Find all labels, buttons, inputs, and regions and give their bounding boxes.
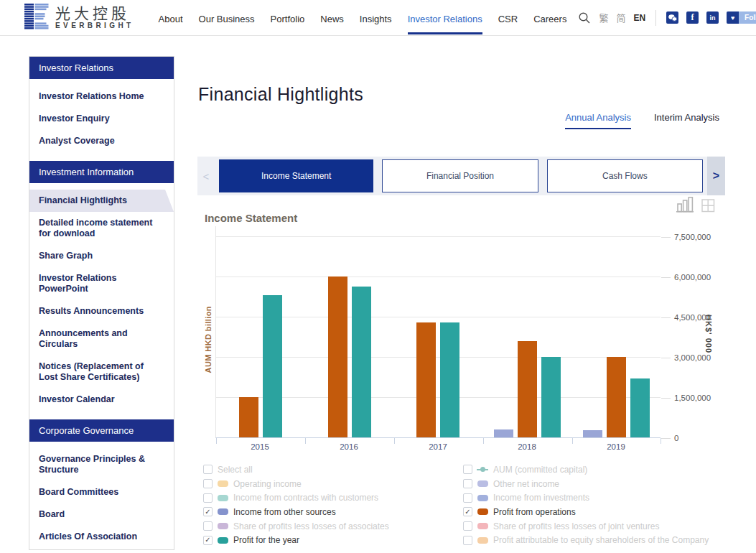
legend-item-income-from-other-sources[interactable]: ✓Income from other sources bbox=[203, 505, 458, 519]
checkbox-share-of-profits-less-losses-of-joint-ventures[interactable] bbox=[463, 521, 472, 531]
sidebar-item-articles-of-association[interactable]: Articles Of Association bbox=[29, 526, 174, 548]
checkbox-profit-from-operations[interactable]: ✓ bbox=[463, 507, 472, 516]
checkbox-income-from-investments[interactable] bbox=[463, 493, 472, 503]
legend-swatch bbox=[218, 495, 228, 501]
legend-label: Income from contracts with customers bbox=[233, 493, 378, 503]
legend-item-share-of-profits-less-losses-of-associates[interactable]: Share of profits less losses of associat… bbox=[203, 519, 458, 534]
legend-item-aum-committed-capital[interactable]: AUM (committed capital) bbox=[463, 463, 756, 477]
statement-tab-income-statement[interactable]: Income Statement bbox=[219, 159, 373, 192]
legend-item-income-from-contracts-with-customers[interactable]: Income from contracts with customers bbox=[203, 491, 458, 505]
legend-item-profit-attributable-to-equity-shareholders-of-the-company[interactable]: Profit attributable to equity shareholde… bbox=[463, 533, 756, 547]
lang-simplified-chinese[interactable]: 简 bbox=[616, 11, 625, 24]
bar-profit-from-operations-2017 bbox=[416, 322, 436, 437]
sidebar-item-announcements-and-circulars[interactable]: Announcements and Circulars bbox=[29, 322, 174, 356]
everbright-logo-icon bbox=[24, 4, 49, 32]
facebook-icon[interactable]: f bbox=[686, 11, 699, 24]
y-tick-mark bbox=[661, 237, 671, 238]
lang-english[interactable]: EN bbox=[633, 13, 645, 23]
legend-item-profit-for-the-year[interactable]: ✓Profit for the year bbox=[203, 533, 458, 547]
lang-traditional-chinese[interactable]: 繁 bbox=[599, 11, 608, 24]
nav-our-business[interactable]: Our Business bbox=[199, 1, 255, 34]
sidebar-item-analyst-coverage[interactable]: Analyst Coverage bbox=[29, 130, 174, 152]
search-icon[interactable] bbox=[578, 11, 591, 24]
legend-label: Profit from operations bbox=[493, 507, 576, 517]
y-tick-label: 4,500,000 bbox=[674, 313, 711, 322]
nav-portfolio[interactable]: Portfolio bbox=[271, 1, 305, 34]
nav-investor-relations[interactable]: Investor Relations bbox=[408, 1, 482, 34]
follow-us-button[interactable]: ♥ Follow Us bbox=[727, 11, 756, 24]
legend-swatch bbox=[477, 480, 488, 487]
checkbox-share-of-profits-less-losses-of-associates[interactable] bbox=[203, 521, 213, 531]
checkbox-operating-income[interactable] bbox=[203, 479, 213, 488]
wechat-icon[interactable] bbox=[666, 11, 678, 24]
nav-insights[interactable]: Insights bbox=[360, 1, 392, 34]
x-tick-mark bbox=[661, 438, 661, 444]
checkbox-profit-for-the-year[interactable]: ✓ bbox=[203, 536, 213, 545]
legend-swatch bbox=[218, 508, 228, 515]
sidebar-item-share-graph[interactable]: Share Graph bbox=[29, 245, 174, 267]
checkbox-profit-attributable-to-equity-shareholders-of-the-company[interactable] bbox=[463, 536, 472, 545]
everbright-logo[interactable]: 光大控股 EVERBRIGHT bbox=[24, 4, 134, 32]
sidebar-section-investor-relations[interactable]: Investor Relations bbox=[29, 57, 174, 79]
legend-swatch bbox=[477, 508, 488, 515]
checkbox-aum-committed-capital[interactable] bbox=[463, 465, 472, 474]
chart-view-toggles bbox=[676, 197, 715, 215]
legend-swatch bbox=[477, 523, 488, 529]
tab-annual-analysis[interactable]: Annual Analysis bbox=[565, 112, 631, 129]
legend-item-share-of-profits-less-losses-of-joint-ventures[interactable]: Share of profits less losses of joint ve… bbox=[463, 519, 756, 534]
legend-swatch bbox=[477, 537, 488, 544]
nav-news[interactable]: News bbox=[320, 1, 344, 34]
sidebar-section-investment-information[interactable]: Investment Information bbox=[29, 161, 174, 183]
statement-tab-financial-position[interactable]: Financial Position bbox=[382, 159, 538, 192]
bar-chart-view-icon[interactable] bbox=[676, 197, 694, 215]
x-tick-label-2018: 2018 bbox=[482, 442, 571, 451]
bar-profit-for-the-year-2017 bbox=[440, 322, 459, 437]
sidebar-item-results-announcements[interactable]: Results Announcements bbox=[29, 300, 174, 322]
y-tick-mark bbox=[661, 438, 671, 439]
sidebar-item-investor-calendar[interactable]: Investor Calendar bbox=[29, 389, 174, 411]
linkedin-icon[interactable]: in bbox=[706, 11, 719, 24]
legend-label: Other net income bbox=[493, 479, 559, 489]
bar-group-2018 bbox=[482, 226, 571, 437]
tab-interim-analysis[interactable]: Interim Analysis bbox=[654, 112, 719, 129]
checkbox-other-net-income[interactable] bbox=[463, 479, 472, 488]
sidebar-section-corporate-governance[interactable]: Corporate Governance bbox=[29, 419, 174, 442]
sidebar-item-investor-enquiry[interactable]: Investor Enquiry bbox=[29, 108, 174, 130]
sidebar-item-detailed-income-statement-for-download[interactable]: Detailed income statement for download bbox=[29, 212, 174, 245]
legend-item-other-net-income[interactable]: Other net income bbox=[463, 477, 756, 491]
sidebar-item-financial-hightlights[interactable]: Financial Hightlights bbox=[29, 190, 174, 212]
table-view-icon[interactable] bbox=[701, 199, 715, 215]
nav-csr[interactable]: CSR bbox=[498, 1, 518, 34]
sidebar-item-notices-replacement-of-lost-share-certificates[interactable]: Notices (Replacement of Lost Share Certi… bbox=[29, 356, 174, 389]
sidebar-item-governance-principles-structure[interactable]: Governance Principles & Structure bbox=[29, 448, 174, 481]
legend-line-marker bbox=[477, 469, 488, 470]
nav-careers[interactable]: Careers bbox=[533, 1, 566, 34]
legend-item-income-from-investments[interactable]: Income from investments bbox=[463, 491, 756, 505]
sidebar-item-investor-relations-powerpoint[interactable]: Investor Relations PowerPoint bbox=[29, 267, 174, 300]
carousel-prev-button[interactable]: < bbox=[197, 170, 215, 182]
x-tick-label-2017: 2017 bbox=[393, 442, 482, 451]
legend-label: Select all bbox=[218, 465, 253, 475]
carousel-next-button[interactable]: > bbox=[707, 157, 725, 195]
sidebar-item-board[interactable]: Board bbox=[29, 503, 174, 526]
checkbox-income-from-contracts-with-customers[interactable] bbox=[203, 493, 213, 503]
bar-income-from-other-sources-2019 bbox=[583, 430, 602, 437]
statement-carousel: < Income StatementFinancial PositionCash… bbox=[197, 157, 725, 195]
checkbox-income-from-other-sources[interactable]: ✓ bbox=[203, 507, 213, 516]
bar-groups bbox=[216, 226, 661, 437]
bar-income-from-other-sources-2018 bbox=[494, 429, 513, 437]
checkbox-select-all[interactable] bbox=[203, 465, 213, 474]
sidebar-item-investor-relations-home[interactable]: Investor Relations Home bbox=[29, 85, 174, 108]
sidebar: Investor RelationsInvestor Relations Hom… bbox=[29, 56, 174, 550]
sidebar-item-board-committees[interactable]: Board Committees bbox=[29, 481, 174, 503]
legend-item-select-all[interactable]: Select all bbox=[203, 463, 458, 477]
main-nav: AboutOur BusinessPortfolioNewsInsightsIn… bbox=[159, 0, 567, 36]
page-title: Financial Hightlights bbox=[198, 84, 363, 105]
nav-about[interactable]: About bbox=[159, 1, 183, 34]
bar-group-2016 bbox=[305, 226, 394, 437]
legend-item-operating-income[interactable]: Operating income bbox=[203, 477, 458, 491]
statement-tab-cash-flows[interactable]: Cash Flows bbox=[547, 159, 703, 192]
sidebar-item-procedures-for-shareholders-to-propose-a-person-for-election-as-a-director[interactable]: Procedures for shareholders to propose a… bbox=[29, 548, 174, 550]
legend-label: Income from other sources bbox=[233, 507, 336, 517]
legend-item-profit-from-operations[interactable]: ✓Profit from operations bbox=[463, 505, 756, 519]
